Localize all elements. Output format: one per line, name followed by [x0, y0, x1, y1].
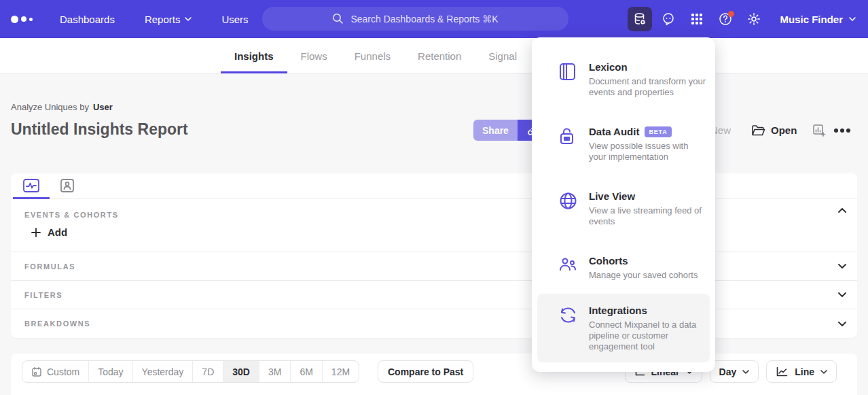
chart-type-selector[interactable]: Line — [766, 360, 837, 383]
chart-pulse-icon — [22, 178, 40, 193]
chevron-down-icon — [820, 370, 827, 374]
chevron-down-icon — [185, 17, 192, 21]
range-6m[interactable]: 6M — [291, 361, 322, 382]
chat-bubble-icon — [661, 12, 676, 27]
chart-add-icon — [812, 124, 826, 137]
project-selector[interactable]: Music Finder — [780, 14, 856, 25]
tab-flows[interactable]: Flows — [287, 38, 341, 73]
chevron-up-icon — [838, 208, 846, 213]
range-yesterday[interactable]: Yesterday — [133, 361, 194, 382]
events-cohorts-label: EVENTS & COHORTS — [24, 211, 119, 219]
data-management-button[interactable] — [628, 7, 652, 31]
profile-icon — [59, 178, 75, 193]
apps-grid-button[interactable] — [685, 7, 709, 31]
nav-reports[interactable]: Reports — [145, 14, 192, 25]
chevron-down-icon — [838, 264, 846, 269]
line-chart-icon — [776, 366, 789, 377]
feedback-button[interactable] — [656, 7, 681, 31]
menu-item-lexicon[interactable]: Lexicon Document and transform your even… — [537, 61, 710, 126]
breadcrumb: Analyze Uniques byUser — [11, 102, 113, 112]
range-7d[interactable]: 7D — [193, 361, 223, 382]
menu-item-cohorts[interactable]: Cohorts Manage your saved cohorts — [537, 255, 710, 294]
project-name: Music Finder — [780, 14, 843, 25]
nav-dashboards[interactable]: Dashboards — [60, 14, 115, 25]
notification-dot — [728, 11, 734, 17]
chevron-down-icon — [838, 322, 846, 326]
tab-signal[interactable]: Signal — [475, 38, 530, 73]
live-view-icon — [559, 190, 577, 255]
search-placeholder: Search Dashboards & Reports ⌘K — [350, 14, 498, 24]
date-range-picker: Custom Today Yesterday 7D 30D 3M 6M 12M — [22, 360, 359, 383]
add-to-board-button[interactable] — [812, 120, 826, 141]
beta-badge: BETA — [645, 126, 671, 137]
range-custom[interactable]: Custom — [22, 361, 89, 382]
gear-icon — [746, 12, 761, 27]
range-12m[interactable]: 12M — [323, 361, 359, 382]
chevron-down-icon — [742, 370, 749, 374]
chart-controls-bar: Custom Today Yesterday 7D 30D 3M 6M 12M … — [11, 354, 857, 395]
help-button[interactable] — [713, 7, 738, 31]
mixpanel-logo[interactable] — [11, 16, 33, 23]
folder-icon — [751, 124, 765, 137]
menu-item-integrations[interactable]: Integrations Connect Mixpanel to a data … — [537, 294, 710, 362]
query-builder-panel: EVENTS & COHORTS Add FORMULAS FILTERS BR… — [11, 173, 857, 338]
tab-funnels[interactable]: Funnels — [341, 38, 404, 73]
menu-item-data-audit[interactable]: Data Audit BETA View possible issues wit… — [537, 126, 710, 190]
add-event-button[interactable]: Add — [31, 226, 67, 238]
data-audit-icon — [559, 126, 577, 190]
integrations-icon — [559, 305, 577, 362]
settings-button[interactable] — [742, 7, 766, 31]
breakdowns-section[interactable]: BREAKDOWNS — [11, 309, 857, 338]
formulas-section[interactable]: FORMULAS — [11, 252, 857, 281]
more-icon — [834, 128, 850, 133]
report-tabbar: Insights Flows Funnels Retention Signal … — [0, 38, 868, 73]
calendar-icon — [31, 366, 42, 377]
database-gear-icon — [632, 12, 647, 27]
events-cohorts-section: EVENTS & COHORTS Add — [11, 199, 857, 252]
tab-insights[interactable]: Insights — [221, 38, 287, 73]
data-tools-dropdown: Lexicon Document and transform your even… — [532, 37, 715, 372]
interval-selector[interactable]: Day — [710, 360, 759, 383]
breadcrumb-value[interactable]: User — [93, 102, 113, 112]
compare-to-past-button[interactable]: Compare to Past — [378, 360, 473, 383]
range-today[interactable]: Today — [89, 361, 132, 382]
search-icon — [332, 13, 344, 24]
share-button[interactable]: Share — [473, 120, 518, 141]
range-30d[interactable]: 30D — [223, 361, 259, 382]
events-mode-tab[interactable] — [19, 173, 43, 199]
open-report-button[interactable]: Open — [751, 120, 797, 141]
profiles-mode-tab[interactable] — [56, 173, 79, 199]
range-3m[interactable]: 3M — [259, 361, 291, 382]
menu-item-live-view[interactable]: Live View View a live streaming feed of … — [537, 190, 710, 255]
tab-retention[interactable]: Retention — [404, 38, 475, 73]
page-title[interactable]: Untitled Insights Report — [11, 120, 188, 139]
grid-icon — [690, 12, 704, 26]
lexicon-icon — [559, 61, 577, 126]
filters-section[interactable]: FILTERS — [11, 281, 857, 309]
plus-icon — [31, 228, 41, 237]
cohorts-icon — [559, 255, 577, 294]
top-navbar: Dashboards Reports Users Search Dashboar… — [0, 0, 868, 38]
chevron-down-icon — [849, 17, 856, 21]
nav-users[interactable]: Users — [221, 14, 248, 25]
more-options-button[interactable] — [834, 120, 850, 141]
search-input[interactable]: Search Dashboards & Reports ⌘K — [262, 7, 568, 31]
chevron-down-icon — [838, 292, 846, 297]
query-mode-tabs — [11, 173, 857, 199]
collapse-section-button[interactable] — [838, 208, 846, 213]
